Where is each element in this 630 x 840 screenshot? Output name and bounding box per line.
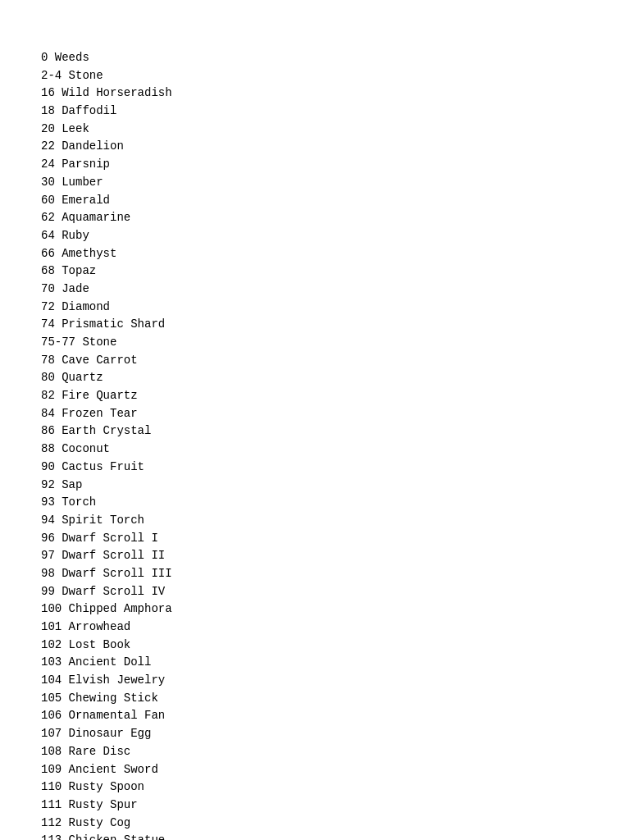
list-item: 60 Emerald — [41, 192, 589, 210]
list-item: 78 Cave Carrot — [41, 352, 589, 370]
list-item: 74 Prismatic Shard — [41, 316, 589, 334]
list-item: 101 Arrowhead — [41, 619, 589, 637]
list-item: 68 Topaz — [41, 262, 589, 281]
list-item: 70 Jade — [41, 281, 589, 299]
list-item: 103 Ancient Doll — [41, 654, 589, 672]
list-item: 108 Rare Disc — [41, 743, 589, 761]
list-item: 100 Chipped Amphora — [41, 600, 589, 619]
list-item: 0 Weeds — [41, 49, 589, 67]
list-item: 107 Dinosaur Egg — [41, 725, 589, 743]
list-item: 93 Torch — [41, 494, 589, 512]
item-list: 0 Weeds2-4 Stone16 Wild Horseradish18 Da… — [41, 49, 589, 840]
list-item: 16 Wild Horseradish — [41, 84, 589, 103]
list-item: 82 Fire Quartz — [41, 387, 589, 405]
list-item: 96 Dwarf Scroll I — [41, 530, 589, 548]
list-item: 98 Dwarf Scroll III — [41, 565, 589, 583]
list-item: 90 Cactus Fruit — [41, 459, 589, 477]
list-item: 110 Rusty Spoon — [41, 778, 589, 797]
list-item: 105 Chewing Stick — [41, 690, 589, 708]
list-item: 88 Coconut — [41, 441, 589, 459]
list-item: 20 Leek — [41, 121, 589, 139]
list-item: 112 Rusty Cog — [41, 815, 589, 833]
list-item: 106 Ornamental Fan — [41, 707, 589, 725]
list-item: 99 Dwarf Scroll IV — [41, 583, 589, 601]
list-item: 109 Ancient Sword — [41, 761, 589, 779]
list-item: 72 Diamond — [41, 299, 589, 317]
list-item: 92 Sap — [41, 477, 589, 495]
list-item: 22 Dandelion — [41, 138, 589, 156]
list-item: 30 Lumber — [41, 174, 589, 192]
list-item: 113 Chicken Statue — [41, 832, 589, 840]
list-item: 80 Quartz — [41, 369, 589, 387]
list-item: 84 Frozen Tear — [41, 405, 589, 423]
list-item: 94 Spirit Torch — [41, 512, 589, 530]
list-item: 24 Parsnip — [41, 156, 589, 174]
list-item: 111 Rusty Spur — [41, 797, 589, 815]
list-item: 18 Daffodil — [41, 103, 589, 121]
list-item: 66 Amethyst — [41, 245, 589, 263]
list-item: 97 Dwarf Scroll II — [41, 547, 589, 565]
list-item: 102 Lost Book — [41, 637, 589, 655]
list-item: 62 Aquamarine — [41, 209, 589, 227]
list-item: 104 Elvish Jewelry — [41, 672, 589, 690]
list-item: 64 Ruby — [41, 227, 589, 245]
list-item: 86 Earth Crystal — [41, 422, 589, 441]
list-item: 75-77 Stone — [41, 334, 589, 352]
list-item: 2-4 Stone — [41, 67, 589, 85]
